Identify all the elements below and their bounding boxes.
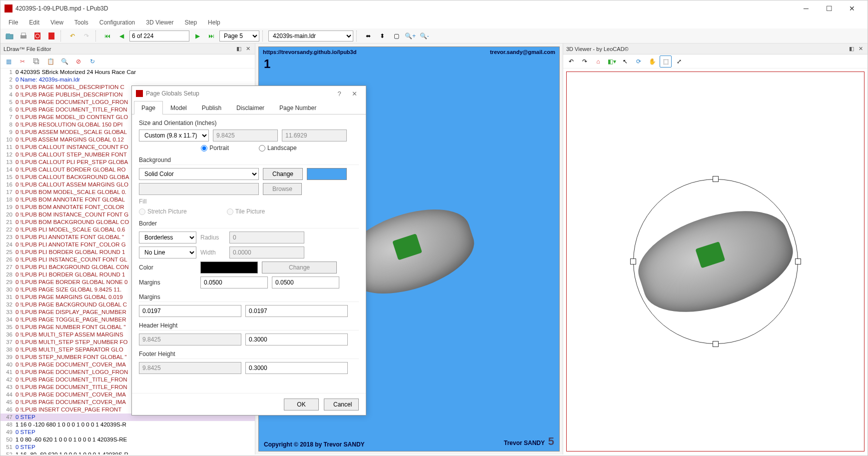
fh2-input[interactable] — [245, 362, 348, 374]
tab-page-number[interactable]: Page Number — [272, 101, 324, 114]
pdf-preview-icon[interactable] — [31, 30, 43, 42]
size-label: Size and Orientation (Inches) — [139, 120, 359, 126]
menu-3dviewer[interactable]: 3D Viewer — [141, 18, 178, 28]
home-icon[interactable]: ⌂ — [592, 56, 604, 68]
model-select[interactable]: 42039s-main.ldr — [268, 30, 353, 42]
menu-help[interactable]: Help — [203, 18, 225, 28]
pdf-icon[interactable] — [45, 30, 57, 42]
prev-page-icon[interactable]: ◀ — [115, 30, 127, 42]
line-select[interactable]: No Line — [139, 246, 196, 258]
bg-select[interactable]: Solid Color — [139, 168, 259, 180]
margins-label: Margins — [139, 279, 196, 286]
pointer-icon[interactable]: ↖ — [619, 56, 631, 68]
margin1-input[interactable] — [200, 276, 268, 288]
open-icon[interactable] — [3, 30, 15, 42]
pan-icon[interactable]: ✋ — [646, 56, 658, 68]
dialog-close-icon[interactable]: ✕ — [347, 90, 362, 98]
handle-left[interactable] — [630, 258, 636, 264]
border-change-button: Change — [262, 262, 337, 274]
first-page-icon[interactable]: ⏮ — [101, 30, 113, 42]
landscape-radio[interactable]: Landscape — [259, 144, 297, 152]
step-number: 1 — [259, 57, 559, 71]
svg-rect-3 — [21, 33, 25, 36]
margins2-label: Margins — [139, 294, 359, 302]
stretch-radio: Stretch Picture — [139, 208, 187, 215]
border-color-swatch — [200, 262, 258, 274]
last-page-icon[interactable]: ⏭ — [205, 30, 217, 42]
delete-icon[interactable]: ⊘ — [72, 56, 84, 68]
cut-icon[interactable]: ✂ — [16, 56, 28, 68]
menu-configuration[interactable]: Configuration — [94, 18, 140, 28]
tab-publish[interactable]: Publish — [194, 101, 229, 114]
dialog-titlebar[interactable]: Page Globals Setup ? ✕ — [132, 86, 366, 101]
size-select[interactable]: Custom (9.8 x 11.7) — [139, 130, 209, 142]
header-height-label: Header Height — [139, 322, 359, 330]
fit-page-icon[interactable]: ⬍ — [376, 30, 388, 42]
zoom-in-icon[interactable]: 🔍+ — [404, 30, 416, 42]
select-all-icon[interactable]: ▦ — [2, 56, 14, 68]
fill-label: Fill — [139, 198, 359, 205]
zoom-out-icon[interactable]: 🔍- — [418, 30, 430, 42]
next-page-icon[interactable]: ▶ — [191, 30, 203, 42]
zoom-region-icon[interactable]: ⬚ — [660, 56, 672, 68]
portrait-radio[interactable]: Portrait — [201, 144, 229, 152]
cancel-button[interactable]: Cancel — [324, 398, 359, 410]
vredo-icon[interactable]: ↷ — [579, 56, 591, 68]
menu-edit[interactable]: Edit — [24, 18, 44, 28]
hh2-input[interactable] — [245, 334, 348, 346]
margin2-input[interactable] — [272, 276, 339, 288]
height-input — [282, 130, 347, 142]
bg-label: Background — [139, 156, 359, 165]
border-select[interactable]: Borderless — [139, 232, 196, 244]
svg-rect-0 — [6, 34, 13, 39]
menu-tools[interactable]: Tools — [69, 18, 93, 28]
close-panel-icon[interactable]: ✕ — [244, 45, 252, 53]
handle-right[interactable] — [795, 258, 801, 264]
redo-icon[interactable]: ↷ — [80, 30, 92, 42]
dialog-title: Page Globals Setup — [146, 90, 199, 97]
dialog-help-icon[interactable]: ? — [332, 90, 347, 98]
margin3-input[interactable] — [139, 305, 241, 317]
margin4-input[interactable] — [245, 305, 348, 317]
actual-size-icon[interactable]: ▢ — [390, 30, 402, 42]
footer-height-label: Footer Height — [139, 350, 359, 359]
menu-view[interactable]: View — [45, 18, 68, 28]
find-icon[interactable]: 🔍 — [58, 56, 70, 68]
titlebar: 42039S-1-09-LPUB.mpd - LPub3D ─ ☐ ✕ — [0, 0, 868, 16]
page-of-input[interactable] — [129, 30, 189, 42]
zoom-extents-icon[interactable]: ⤢ — [673, 56, 685, 68]
copy-icon[interactable]: ⿻ — [30, 56, 42, 68]
dialog-icon — [136, 90, 143, 97]
cube-icon[interactable]: ◧▾ — [606, 56, 618, 68]
tab-disclaimer[interactable]: Disclaimer — [229, 101, 272, 114]
page-number: 5 — [548, 435, 554, 448]
undo-icon[interactable]: ↶ — [66, 30, 78, 42]
editor-toolbar: ▦ ✂ ⿻ 📋 🔍 ⊘ ↻ — [0, 54, 255, 68]
float-icon[interactable]: ◧ — [235, 45, 243, 53]
ok-button[interactable]: OK — [284, 398, 319, 410]
tab-page[interactable]: Page — [134, 101, 163, 114]
vundo-icon[interactable]: ↶ — [565, 56, 577, 68]
menu-step[interactable]: Step — [179, 18, 202, 28]
menu-file[interactable]: File — [3, 18, 23, 28]
page-select[interactable]: Page 5 — [219, 30, 259, 42]
viewer-close-icon[interactable]: ✕ — [857, 45, 865, 53]
handle-top[interactable] — [713, 176, 719, 182]
close-button[interactable]: ✕ — [841, 0, 864, 16]
viewer-canvas[interactable] — [566, 72, 865, 452]
width-input — [213, 130, 278, 142]
refresh-icon[interactable]: ↻ — [86, 56, 98, 68]
print-icon[interactable] — [17, 30, 29, 42]
bg-color-swatch[interactable] — [307, 168, 347, 180]
rotate-icon[interactable]: ⟳ — [633, 56, 645, 68]
paste-icon[interactable]: 📋 — [44, 56, 56, 68]
fit-width-icon[interactable]: ⬌ — [362, 30, 374, 42]
menubar: File Edit View Tools Configuration 3D Vi… — [0, 16, 868, 28]
app-icon — [4, 4, 12, 12]
maximize-button[interactable]: ☐ — [818, 0, 841, 16]
minimize-button[interactable]: ─ — [795, 0, 818, 16]
handle-bottom[interactable] — [713, 341, 719, 347]
bg-change-button[interactable]: Change — [263, 168, 303, 180]
viewer-float-icon[interactable]: ◧ — [848, 45, 856, 53]
tab-model[interactable]: Model — [163, 101, 194, 114]
